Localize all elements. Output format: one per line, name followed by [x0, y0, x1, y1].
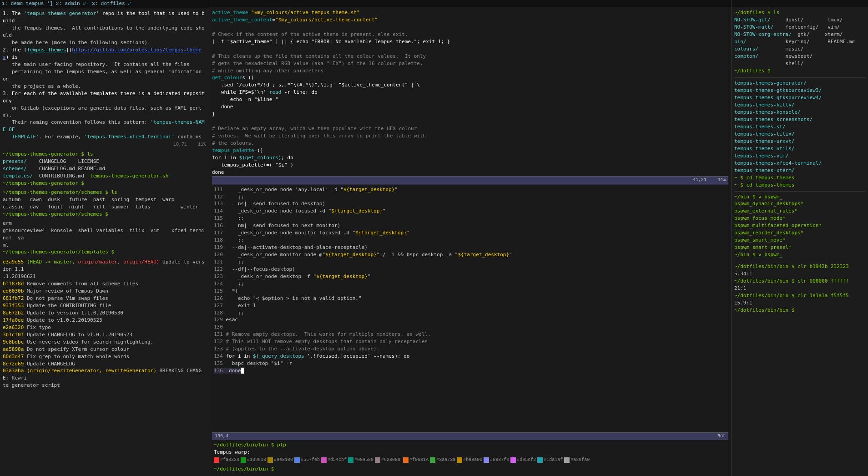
right-bspwm: ~/bin $ v bspwm_ bspwm_dynamic_desktops*…: [734, 193, 865, 258]
schemes-section: ~/tempus-themes-generator/schemes $ ls a…: [3, 189, 206, 218]
pane-right: ~/dotfiles $ ls NO-STOW-git/ dunst/ tmux…: [732, 0, 868, 476]
code-top: active_theme="$my_colours/active-tempus-…: [212, 9, 728, 176]
status-bottom: 136,4 Bot: [212, 432, 728, 440]
color-item-10: #ba8a00: [457, 457, 482, 464]
color-item-12: #d85cf2: [510, 457, 536, 464]
right-tempus: tempus-themes-generator/ tempus-themes-g…: [734, 80, 865, 188]
tab-bar-mid: [209, 0, 731, 7]
tab-bar-left: 1: demo tempus *] 2: admin #- 3: dotfile…: [0, 0, 209, 8]
color-item-7: #928080: [375, 457, 400, 464]
terminal-container: 1: demo tempus *] 2: admin #- 3: dotfile…: [0, 0, 868, 476]
color-item-5: #d54cbf: [321, 457, 347, 464]
tab-bar-right: [732, 0, 868, 7]
status-top: 41,21 44%: [212, 176, 728, 184]
code-bottom-pre: 111 _desk_or_node node 'any.local' -d "$…: [214, 186, 727, 375]
color-item-2: #139913: [241, 457, 266, 464]
code-top-pre: active_theme="$my_colours/active-tempus-…: [212, 9, 728, 176]
code-bottom: 111 _desk_or_node node 'any.local' -d "$…: [212, 185, 728, 432]
color-item-9: #3aa73a: [430, 457, 455, 464]
right-dotfiles: ~/dotfiles $ ls NO-STOW-git/ dunst/ tmux…: [734, 9, 865, 74]
color-item-1: #fa3333: [214, 457, 239, 464]
status-position-top: 41,21 44%: [693, 177, 726, 183]
status-pos-bottom: 136,4: [215, 433, 228, 440]
git-log: e3a9d55 (HEAD -> master, origin/master, …: [3, 258, 206, 389]
pane-left: 1: demo tempus *] 2: admin #- 3: dotfile…: [0, 0, 209, 476]
color-swatches: #fa3333 #139913 #9e8100 #557feb #d54cbf …: [214, 457, 727, 464]
color-item-13: #1da1af: [537, 457, 563, 464]
final-prompt: ~/dotfiles/bin/bin $: [214, 466, 727, 473]
status-bot: Bot: [717, 433, 726, 440]
color-item-6: #009580: [348, 457, 373, 464]
color-item-14: #a29fa0: [564, 457, 590, 464]
templates-section: erm gtksourceview4 konsole shell-variabl…: [3, 220, 206, 256]
color-item-8: #f0681A: [403, 457, 429, 464]
left-status: 10,71 11%: [3, 142, 206, 148]
color-item-3: #9e8100: [267, 457, 293, 464]
ptp-prompt: ~/dotfiles/bin/bin $ ptp Tempus warp:: [214, 441, 727, 456]
bottom-prompt-area: ~/dotfiles/bin/bin $ ptp Tempus warp: #f…: [212, 440, 728, 474]
tab-label-1: 1: demo tempus *] 2: admin #- 3: dotfile…: [2, 1, 131, 6]
left-pane-content: 1. The 'tempus-themes-generator' repo is…: [3, 10, 206, 141]
pane-middle: active_theme="$my_colours/active-tempus-…: [209, 0, 732, 476]
right-clr: ~/dotfiles/bin/bin $ clr b1942b 232323 5…: [734, 263, 865, 314]
color-item-4: #557feb: [294, 457, 320, 464]
ls-output: ~/tempus-themes-generator $ ls presets/ …: [3, 151, 206, 187]
color-item-11: #8887f0: [484, 457, 509, 464]
